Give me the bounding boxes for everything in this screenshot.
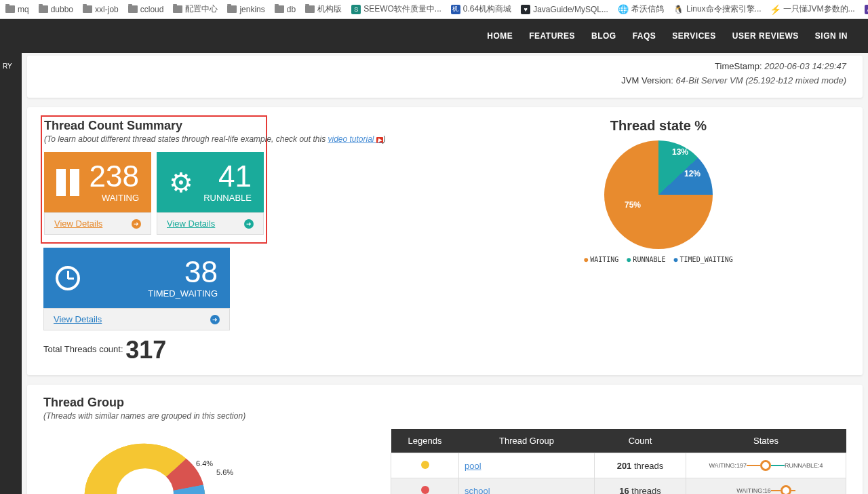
waiting-label: WAITING	[90, 193, 139, 203]
left-sidebar: RY	[0, 53, 22, 494]
timed-waiting-card: 38 TIMED_WAITING View Details ➜	[43, 248, 230, 330]
folder-icon	[39, 5, 48, 13]
arrow-right-icon[interactable]: ➜	[244, 219, 254, 229]
perf-icon: ⚡	[771, 5, 781, 14]
state-strip: WAITING:16	[692, 485, 840, 494]
group-pool-link[interactable]: pool	[465, 461, 481, 471]
nav-features[interactable]: FEATURES	[529, 31, 575, 41]
bookmark-arthas[interactable]: Amonitor — Arthas...	[865, 5, 868, 14]
meta-panel: TimeStamp: 2020-06-03 14:29:47 JVM Versi…	[27, 56, 863, 98]
bookmark-jvm[interactable]: ⚡一只懂JVM参数的...	[771, 3, 855, 15]
pie-label-timed: 12%	[684, 169, 701, 178]
legend-runnable: RUNNABLE	[627, 256, 665, 263]
bookmark-org[interactable]: 机构版	[305, 3, 342, 15]
timed-waiting-view-details-link[interactable]: View Details	[54, 314, 102, 324]
site-icon: S	[351, 5, 361, 14]
table-row: school 16 threads WAITING:16	[391, 478, 846, 495]
nav-home[interactable]: HOME	[487, 31, 513, 41]
group-subtitle: (Threads with similar names are grouped …	[43, 411, 846, 421]
pie-chart: 13% 12% 75%	[604, 140, 713, 249]
folder-icon	[305, 5, 315, 13]
total-threads-value: 317	[125, 336, 166, 364]
state-strip: WAITING:197RUNNABLE:4	[692, 460, 840, 471]
pie-legend: WAITING RUNNABLE TIMED_WAITING	[471, 256, 846, 263]
thread-group-table: Legends Thread Group Count States pool 2…	[391, 429, 846, 494]
folder-icon	[128, 5, 138, 13]
runnable-label: RUNNABLE	[203, 193, 252, 203]
col-states: States	[686, 429, 846, 453]
legend-dot	[421, 461, 429, 469]
pie-chart-title: Thread state %	[471, 118, 846, 134]
folder-icon	[5, 5, 15, 13]
legend-waiting: WAITING	[584, 256, 618, 263]
bookmark-mall[interactable]: 机0.64机构商城	[451, 3, 511, 15]
timed-waiting-label: TIMED_WAITING	[148, 288, 218, 299]
folder-icon	[227, 5, 237, 13]
bookmark-xinge[interactable]: 🌐希沃信鸽	[618, 3, 664, 15]
pause-icon	[56, 169, 79, 196]
pie-chart-area: Thread state % 13% 12% 75% WAITING RUNNA…	[471, 118, 846, 364]
timed-waiting-count: 38	[148, 257, 218, 287]
total-threads-row: Total Threads count: 317	[43, 336, 450, 364]
pie-label-waiting: 75%	[625, 200, 641, 210]
waiting-count: 238	[90, 162, 139, 191]
nav-faqs[interactable]: FAQS	[633, 31, 656, 41]
video-tutorial-link[interactable]: video tutorial ▶	[328, 134, 382, 144]
legend-timed-waiting: TIMED_WAITING	[674, 256, 733, 263]
thread-group-panel: Thread Group (Threads with similar names…	[27, 385, 863, 494]
highlight-annotation: Thread Count Summary (To learn about dif…	[41, 115, 267, 244]
arrow-right-icon[interactable]: ➜	[132, 219, 141, 229]
donut-chart-area: 80.7% 6.4% 5.6%	[43, 436, 274, 494]
col-thread-group: Thread Group	[459, 429, 595, 453]
runnable-view-details-link[interactable]: View Details	[167, 218, 215, 229]
clock-icon	[56, 266, 80, 290]
thread-summary-panel: Thread Count Summary (To learn about dif…	[27, 107, 863, 375]
folder-icon	[275, 5, 284, 13]
runnable-card: 41 RUNNABLE View Details ➜	[157, 152, 264, 235]
bookmark-seewo[interactable]: SSEEWO软件质量中...	[351, 3, 441, 15]
waiting-view-details-link[interactable]: View Details	[54, 218, 102, 229]
main-content: TimeStamp: 2020-06-03 14:29:47 JVM Versi…	[22, 53, 868, 494]
linux-icon: 🐧	[673, 5, 684, 14]
legend-dot	[421, 486, 429, 494]
table-row: pool 201 threads WAITING:197RUNNABLE:4	[391, 453, 846, 478]
bookmark-javaguide[interactable]: ♥JavaGuide/MySQL...	[521, 5, 608, 14]
bookmark-db[interactable]: db	[275, 5, 296, 14]
folder-icon	[173, 5, 182, 13]
bookmark-ccloud[interactable]: ccloud	[128, 5, 164, 14]
bookmark-mq[interactable]: mq	[5, 5, 29, 14]
nav-sign-in[interactable]: SIGN IN	[815, 31, 848, 41]
sidebar-label: RY	[0, 53, 22, 79]
gear-icon	[169, 167, 193, 198]
waiting-card: 238 WAITING View Details ➜	[44, 152, 151, 235]
col-legends: Legends	[391, 429, 459, 453]
jvm-row: JVM Version: 64-Bit Server VM (25.192-b1…	[43, 75, 846, 86]
group-school-link[interactable]: school	[465, 486, 490, 495]
donut-label-3: 5.6%	[216, 468, 233, 476]
bookmark-config-center[interactable]: 配置中心	[173, 3, 218, 15]
bookmark-xxl-job[interactable]: xxl-job	[83, 5, 119, 14]
site-icon: A	[865, 5, 868, 14]
youtube-icon: ▶	[376, 137, 383, 143]
timestamp-row: TimeStamp: 2020-06-03 14:29:47	[43, 61, 846, 71]
bookmark-dubbo[interactable]: dubbo	[39, 5, 73, 14]
arrow-right-icon[interactable]: ➜	[210, 315, 220, 324]
github-icon: ♥	[521, 5, 530, 14]
nav-blog[interactable]: BLOG	[591, 31, 616, 41]
site-icon: 机	[451, 5, 460, 14]
bookmark-jenkins[interactable]: jenkins	[227, 5, 264, 14]
pie-label-runnable: 13%	[672, 147, 688, 157]
runnable-count: 41	[203, 162, 252, 191]
folder-icon	[83, 5, 92, 13]
table-header-row: Legends Thread Group Count States	[391, 429, 846, 453]
bookmarks-bar: mq dubbo xxl-job ccloud 配置中心 jenkins db …	[0, 0, 868, 19]
nav-user-reviews[interactable]: USER REVIEWS	[732, 31, 799, 41]
bookmark-linux[interactable]: 🐧Linux命令搜索引擎...	[673, 3, 762, 15]
top-nav: HOME FEATURES BLOG FAQS SERVICES USER RE…	[0, 19, 868, 53]
globe-icon: 🌐	[618, 4, 629, 14]
summary-subtitle: (To learn about different thread states …	[44, 134, 264, 144]
donut-label-2: 6.4%	[196, 459, 213, 468]
summary-title: Thread Count Summary	[44, 119, 264, 133]
nav-services[interactable]: SERVICES	[672, 31, 715, 41]
group-title: Thread Group	[43, 396, 846, 410]
